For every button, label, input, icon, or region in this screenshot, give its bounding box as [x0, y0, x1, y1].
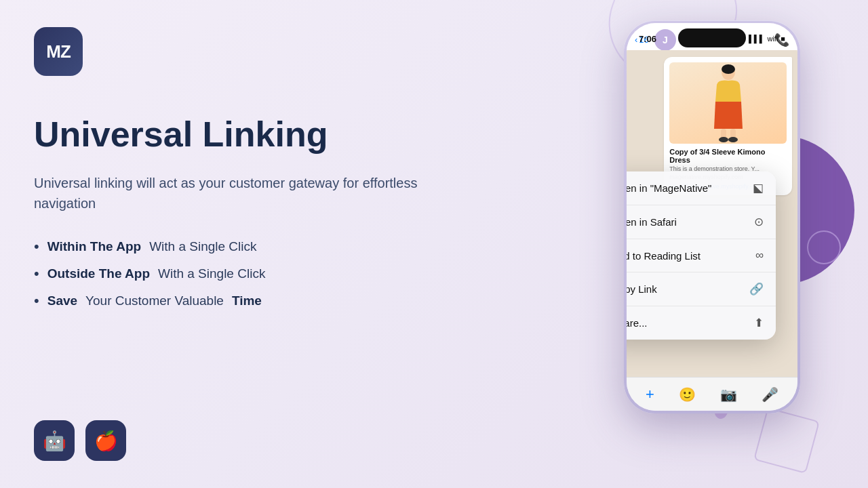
camera-icon[interactable]: 📷 [720, 386, 737, 403]
phone-notch [678, 28, 746, 47]
feature-item-3: Save Your Customer Valuable Time [34, 292, 427, 310]
status-time: 7:06 [639, 34, 656, 44]
product-image [669, 62, 787, 144]
menu-share-label: Share... [627, 317, 648, 329]
feature-list: Within The App With a Single Click Outsi… [34, 238, 427, 310]
menu-item-copy-link[interactable]: Copy Link 🔗 [627, 272, 776, 306]
apple-badge[interactable]: 🍎 [85, 420, 126, 461]
menu-open-safari-label: Open in Safari [627, 216, 677, 228]
context-menu: Open in "MageNative" ⬕ Open in Safari ⊙ … [627, 171, 776, 340]
sticker-icon[interactable]: 🙂 [679, 386, 696, 403]
product-title: Copy of 3/4 Sleeve Kimono Dress [669, 148, 787, 164]
main-title: Universal Linking [34, 115, 427, 154]
mic-icon[interactable]: 🎤 [762, 386, 778, 403]
plus-button[interactable]: + [646, 386, 654, 403]
chat-area: Copy of 3/4 Sleeve Kimono Dress This is … [627, 50, 797, 377]
phone-frame: 7:06 ▌▌▌ wifi ■ ‹ 16 J Jack 📞 [624, 20, 800, 413]
menu-copy-link-label: Copy Link [627, 283, 657, 295]
open-app-icon: ⬕ [753, 181, 764, 195]
phone-screen: 7:06 ▌▌▌ wifi ■ ‹ 16 J Jack 📞 [627, 23, 797, 411]
android-badge[interactable]: 🤖 [34, 420, 75, 461]
subtitle: Universal linking will act as your custo… [34, 173, 427, 214]
feature-1-bold: Within The App [47, 239, 141, 254]
svg-point-1 [722, 64, 735, 74]
menu-item-reading-list[interactable]: Add to Reading List ∞ [627, 239, 776, 272]
chat-bottom-bar: + 🙂 📷 🎤 [627, 377, 797, 411]
menu-reading-list-label: Add to Reading List [627, 250, 701, 262]
status-icons: ▌▌▌ wifi ■ [749, 35, 785, 43]
copy-link-icon: 🔗 [749, 282, 764, 296]
safari-icon: ⊙ [754, 215, 764, 229]
svg-point-4 [719, 137, 728, 142]
battery-icon: ■ [781, 35, 785, 43]
feature-3-bold2: Time [232, 293, 262, 308]
feature-item-2: Outside The App With a Single Click [34, 265, 427, 283]
wifi-icon: wifi [767, 35, 778, 43]
feature-1-rest: With a Single Click [149, 239, 256, 254]
feature-2-rest: With a Single Click [158, 266, 265, 281]
hero-content: Universal Linking Universal linking will… [34, 115, 427, 310]
android-icon: 🤖 [43, 430, 66, 452]
menu-item-open-app[interactable]: Open in "MageNative" ⬕ [627, 171, 776, 205]
feature-2-bold: Outside The App [47, 266, 150, 281]
apple-icon: 🍎 [94, 430, 118, 452]
feature-item-1: Within The App With a Single Click [34, 238, 427, 256]
menu-item-open-safari[interactable]: Open in Safari ⊙ [627, 205, 776, 239]
reading-list-icon: ∞ [755, 249, 764, 262]
phone-mockup: 7:06 ▌▌▌ wifi ■ ‹ 16 J Jack 📞 [604, 20, 807, 441]
feature-3-rest: Your Customer Valuable [85, 293, 224, 308]
menu-open-app-label: Open in "MageNative" [627, 182, 711, 194]
menu-item-share[interactable]: Share... ⬆ [627, 306, 776, 340]
logo-text: MZ [46, 41, 71, 62]
feature-3-bold: Save [47, 293, 77, 308]
app-logo: MZ [34, 27, 83, 76]
signal-icon: ▌▌▌ [749, 35, 764, 43]
decorative-small-circle [807, 230, 841, 264]
store-badges: 🤖 🍎 [34, 420, 126, 461]
share-icon: ⬆ [754, 316, 764, 330]
product-figure-svg [705, 64, 752, 142]
svg-point-5 [728, 137, 738, 142]
